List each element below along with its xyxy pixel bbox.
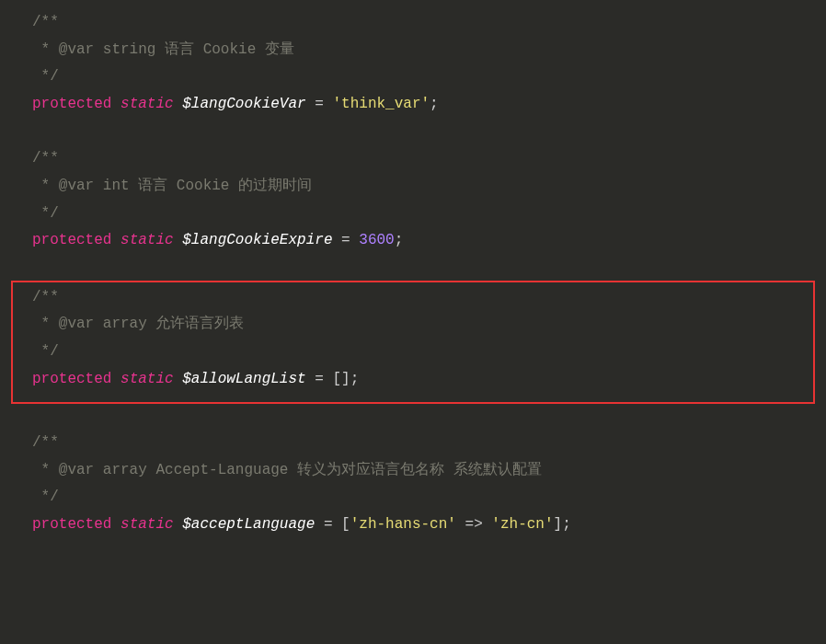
code-line: protected static $allowLangList = [];	[13, 366, 813, 394]
docblock-text: */	[32, 205, 59, 222]
docblock-text: * @var array Accept-Language 转义为对应语言包名称 …	[32, 462, 542, 478]
number-value: 3600	[359, 232, 394, 248]
docblock-text: /**	[32, 14, 59, 30]
docblock-text: */	[32, 489, 59, 505]
comment-var: * @var array Accept-Language 转义为对应语言包名称 …	[0, 457, 826, 485]
variable-name: $langCookieVar	[182, 96, 305, 112]
array-val: 'zh-cn'	[491, 516, 553, 533]
keyword-protected: protected	[32, 371, 111, 387]
comment-open: /**	[0, 145, 826, 173]
comment-close: */	[13, 339, 813, 366]
semicolon: ;	[562, 516, 571, 533]
comment-var: * @var string 语言 Cookie 变量	[0, 37, 826, 64]
variable-name: $langCookieExpire	[182, 232, 332, 248]
keyword-static: static	[120, 96, 174, 112]
docblock-text: * @var string 语言 Cookie 变量	[32, 41, 294, 58]
close-bracket: ]	[554, 516, 563, 533]
docblock-text: /**	[32, 434, 59, 451]
keyword-protected: protected	[32, 96, 111, 112]
equals: =	[306, 96, 333, 112]
highlight-box: /** * @var array 允许语言列表 */ protected sta…	[11, 281, 815, 404]
equals: =	[332, 232, 359, 248]
keyword-protected: protected	[32, 232, 111, 248]
array-key: 'zh-hans-cn'	[350, 516, 456, 533]
code-line: protected static $langCookieExpire = 360…	[0, 227, 826, 255]
docblock-text: * @var int 语言 Cookie 的过期时间	[32, 178, 312, 194]
comment-open: /**	[0, 430, 826, 457]
keyword-static: static	[120, 371, 174, 387]
open-bracket: [	[341, 516, 350, 533]
comment-close: */	[0, 484, 826, 512]
variable-name: $acceptLanguage	[182, 516, 315, 533]
blank-line	[0, 404, 826, 430]
variable-name: $allowLangList	[182, 371, 305, 387]
equals: =	[306, 371, 333, 387]
code-block: /** * @var string 语言 Cookie 变量 */ protec…	[0, 0, 826, 539]
blank-line	[0, 255, 826, 281]
equals: =	[315, 516, 341, 533]
comment-open: /**	[13, 284, 813, 312]
array-value: []	[332, 371, 350, 387]
string-value: 'think_var'	[332, 96, 430, 112]
blank-line	[0, 118, 826, 145]
comment-close: */	[0, 63, 826, 91]
docblock-text: /**	[32, 289, 59, 305]
semicolon: ;	[350, 371, 360, 387]
docblock-text: /**	[32, 150, 59, 167]
keyword-static: static	[120, 232, 174, 248]
comment-close: */	[0, 201, 826, 228]
code-line: protected static $acceptLanguage = ['zh-…	[0, 512, 826, 539]
comment-var: * @var int 语言 Cookie 的过期时间	[0, 173, 826, 201]
docblock-text: */	[32, 343, 59, 360]
docblock-text: */	[32, 68, 59, 85]
semicolon: ;	[430, 96, 439, 112]
code-line: protected static $langCookieVar = 'think…	[0, 91, 826, 119]
arrow: =>	[456, 516, 491, 533]
keyword-protected: protected	[32, 516, 111, 533]
semicolon: ;	[395, 232, 404, 248]
keyword-static: static	[120, 516, 174, 533]
docblock-text: * @var array 允许语言列表	[32, 316, 244, 332]
comment-var: * @var array 允许语言列表	[13, 311, 813, 339]
comment-open: /**	[0, 9, 826, 37]
